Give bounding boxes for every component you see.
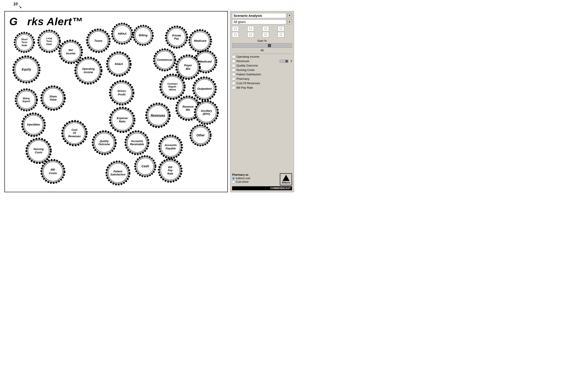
gear-md-costs[interactable]: MDCosts [40, 158, 66, 184]
scenario-dropdown-btn[interactable]: ▼ [287, 13, 292, 18]
svg-point-13 [89, 32, 108, 50]
pharmacy-section: Pharmacy as Indirect cost Cost driver Al… [232, 173, 292, 186]
svg-point-79 [156, 51, 173, 69]
icon-box-3[interactable]: □ [262, 26, 269, 32]
cb-quality-outcome-input[interactable] [232, 64, 235, 67]
arrow-indicator: ↘ [18, 4, 22, 9]
gear-share-value[interactable]: ShareValue [40, 85, 66, 111]
cb-pharmacy-label: Pharmacy [236, 77, 249, 80]
cb-nursing-costs-label: Nursing Costs [236, 68, 255, 72]
sidebar-footer: Pharmacy as Indirect cost Cost driver Al… [232, 173, 292, 190]
checkbox-patient-satisfaction[interactable]: Patient Satisfaction [232, 73, 292, 76]
icon-box-8[interactable]: □ [278, 32, 284, 37]
gear-taxes[interactable]: Taxes [86, 28, 111, 54]
icon-box-7[interactable]: □ [262, 32, 269, 37]
cb-pharmacy-input[interactable] [232, 77, 235, 80]
gear-injectibles[interactable]: Injectibles [21, 112, 46, 138]
gear-quality-outcome[interactable]: QualityOutcome [91, 130, 117, 156]
sidebar-panel: Scenario Analysis ▼ All gears ▼ □ □ □ □ … [230, 11, 294, 192]
gear-accounts-receivable[interactable]: AccountsReceivable [124, 130, 150, 156]
gear-operating-income[interactable]: OperatingIncome [74, 56, 103, 86]
revenues-inline-thumb[interactable] [285, 60, 288, 62]
icon-box-6[interactable]: □ [247, 32, 254, 37]
radio-costdriver-input[interactable] [232, 180, 235, 184]
gear-billing[interactable]: Billing [132, 24, 154, 46]
gain-slider-container[interactable] [232, 43, 292, 48]
scenario-analysis-title: Scenario Analysis [232, 13, 286, 18]
gear-cash[interactable]: Cash [134, 155, 157, 178]
radio-costdriver-label: Cost driver [236, 180, 249, 184]
checkbox-pharmacy[interactable]: Pharmacy [232, 77, 292, 80]
checkbox-bill-pay-rate[interactable]: Bill Pay Rate [232, 86, 292, 89]
gear-ancillary-epo[interactable]: Ancillary(EPO) [193, 100, 219, 126]
checkbox-quality-outcome[interactable]: Quality Outcome [232, 64, 292, 67]
svg-point-58 [137, 158, 154, 175]
svg-point-7 [15, 58, 38, 81]
radio-indirect-label: Indirect cost [236, 177, 250, 180]
svg-point-97 [197, 103, 216, 122]
svg-point-49 [28, 140, 49, 161]
checkbox-nursing-costs[interactable]: Nursing Costs [232, 68, 292, 72]
icon-box-5[interactable]: □ [232, 32, 239, 37]
gear-long-term-debt[interactable]: LongTermDebt [37, 29, 61, 54]
icon-box-1[interactable]: □ [232, 26, 239, 32]
alliance-triangle-icon [282, 175, 289, 181]
svg-point-61 [161, 161, 180, 180]
cb-revenues-label: Revenues [236, 60, 249, 63]
gear-commercial[interactable]: Commercial [153, 48, 177, 72]
cb-nursing-costs-input[interactable] [232, 68, 235, 72]
alliance-label: Alliance [281, 182, 290, 184]
cb-operating-income-label: Operating Income [236, 55, 259, 58]
svg-point-22 [109, 54, 129, 74]
gain-slider-value: 49 [232, 48, 292, 52]
alliance-box: Alliance [280, 173, 292, 186]
gear-hipaa[interactable]: HIPAA [111, 22, 134, 45]
gear-patient-satisfaction[interactable]: PatientSatisfaction [105, 160, 131, 186]
gear-other[interactable]: Other [189, 124, 212, 147]
filter-dropdown-btn[interactable]: ▼ [287, 20, 292, 24]
svg-point-67 [108, 163, 128, 183]
gear-bill-pay-rate[interactable]: BillPayRate [157, 158, 183, 183]
revenues-inline-slider[interactable] [280, 60, 288, 63]
radio-indirect-input[interactable] [232, 177, 235, 180]
checkbox-cost-of-revenues[interactable]: Cost Of Revenues [232, 82, 292, 85]
svg-point-52 [127, 133, 147, 152]
all-gears-select[interactable]: All gears [232, 20, 286, 24]
svg-point-19 [135, 28, 151, 43]
icon-box-2[interactable]: □ [247, 26, 254, 32]
cb-patient-satisfaction-label: Patient Satisfaction [236, 73, 261, 76]
svg-point-91 [148, 106, 168, 125]
gain-label: Gain % [232, 39, 292, 42]
gear-revenues[interactable]: Revenues [145, 102, 171, 128]
gear-short-term-debt[interactable]: ShortTermDebt [13, 32, 35, 54]
main-frame: G rks Alert™ ShortTermDebt LongTermDebt [5, 11, 228, 192]
cb-quality-outcome-label: Quality Outcome [236, 64, 258, 67]
icon-grid: □ □ □ □ □ □ □ □ [232, 26, 292, 37]
svg-point-4 [40, 32, 58, 50]
cb-cost-of-revenues-input[interactable] [232, 82, 235, 85]
icon-box-4[interactable]: □ [278, 26, 284, 32]
cb-bill-pay-rate-input[interactable] [232, 86, 235, 89]
cb-operating-income-input[interactable] [232, 55, 235, 58]
pharmacy-options: Pharmacy as Indirect cost Cost driver [232, 173, 250, 184]
checkbox-revenues[interactable]: Revenues 3 [232, 60, 292, 63]
gear-accounts-payable[interactable]: AccountsPayable [158, 134, 183, 160]
radio-costdriver-row[interactable]: Cost driver [232, 180, 250, 184]
gear-bldng-eqpmt[interactable]: BldngEqpmt [14, 88, 39, 112]
gain-slider-thumb[interactable] [268, 44, 271, 47]
gear-cost-of-revenues[interactable]: CostOfRevenues [61, 119, 88, 147]
gear-equity[interactable]: Equity [12, 54, 41, 84]
cb-patient-satisfaction-input[interactable] [232, 73, 235, 76]
gear-private-pay[interactable]: PrivatePay [165, 25, 188, 49]
svg-point-85 [162, 76, 183, 97]
sidebar-title-row: Scenario Analysis ▼ [232, 13, 292, 18]
gear-gross-profit[interactable]: GrossProfit [108, 80, 135, 106]
checkbox-operating-income[interactable]: Operating Income [232, 55, 292, 58]
svg-point-37 [112, 110, 133, 130]
radio-indirect-row[interactable]: Indirect cost [232, 177, 250, 180]
gear-sga[interactable]: SG&A [106, 51, 132, 77]
cb-revenues-input[interactable] [232, 60, 235, 63]
pharmacy-label: Pharmacy as [232, 173, 250, 176]
svg-point-1 [16, 34, 32, 50]
svg-point-100 [192, 127, 209, 144]
